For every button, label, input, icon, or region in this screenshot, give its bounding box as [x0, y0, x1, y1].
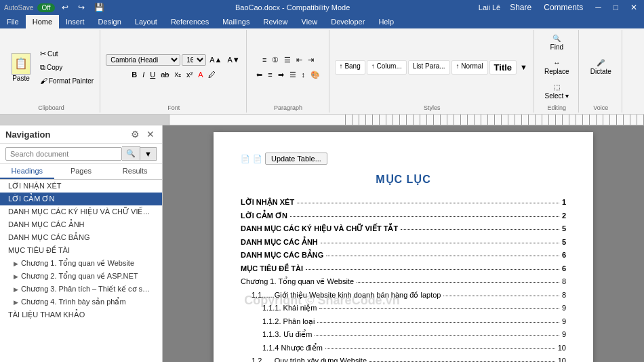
- italic-button[interactable]: I: [140, 68, 146, 81]
- document-title: MỤC LỤC: [241, 173, 566, 186]
- nav-list-item[interactable]: ▶Chương 1. Tổng quan về Website: [0, 257, 162, 270]
- expand-icon: ▶: [14, 273, 18, 280]
- tab-insert[interactable]: Insert: [59, 15, 92, 28]
- increase-indent-button[interactable]: ⇥: [306, 54, 316, 66]
- clipboard-group: 📋 Paste ✂ Cut ⧉ Copy 🖌 Format Painter Cl…: [3, 30, 100, 113]
- font-color-button[interactable]: A: [196, 68, 205, 81]
- style-bang[interactable]: ↑ Bang: [335, 60, 365, 75]
- strikethrough-button[interactable]: ab: [159, 68, 171, 81]
- align-right-button[interactable]: ➡: [276, 68, 286, 81]
- toc-number: 9: [562, 316, 566, 327]
- nav-search-input[interactable]: [5, 147, 122, 161]
- tab-developer[interactable]: Developer: [324, 15, 371, 28]
- select-button[interactable]: ⬚ Select ▾: [540, 80, 574, 103]
- close-button[interactable]: ✕: [628, 2, 640, 13]
- nav-list-item[interactable]: ▶Chương 2. Tổng quan về ASP.NET: [0, 270, 162, 283]
- maximize-button[interactable]: □: [611, 2, 621, 13]
- nav-tab-pages[interactable]: Pages: [54, 164, 108, 179]
- style-list-para[interactable]: List Para...: [408, 60, 450, 75]
- toc-text: DANH MỤC CÁC ẢNH: [241, 237, 562, 248]
- tab-references[interactable]: References: [164, 15, 216, 28]
- font-row2: B I U ab x₂ x² A 🖊: [129, 68, 218, 81]
- toc-text: 1.1.2. Phân loại: [262, 316, 562, 327]
- paragraph-row1: ≡ ① ☰ ⇤ ⇥: [260, 54, 316, 66]
- update-table-button[interactable]: Update Table...: [265, 153, 327, 165]
- autosave-toggle[interactable]: Off: [37, 3, 54, 12]
- toc-text: DANH MỤC CÁC BẢNG: [241, 249, 562, 261]
- find-button[interactable]: 🔍 Find: [546, 31, 568, 54]
- superscript-button[interactable]: x²: [184, 68, 195, 81]
- style-column[interactable]: ↑ Colum...: [367, 60, 407, 75]
- minimize-button[interactable]: ─: [592, 2, 604, 13]
- increase-font-button[interactable]: A▲: [207, 54, 224, 66]
- toc-number: 10: [558, 342, 566, 354]
- font-family-select[interactable]: Cambria (Headi: [106, 54, 180, 66]
- toc-dots: [306, 269, 559, 270]
- editing-group: 🔍 Find ↔ Replace ⬚ Select ▾ Editing: [536, 30, 579, 113]
- redo-icon[interactable]: ↪: [75, 2, 87, 13]
- nav-list-item[interactable]: ▶Chương 3. Phân tích – Thiết kế cơ sở dữ…: [0, 283, 162, 296]
- nav-list-item[interactable]: LỜI NHẬN XÉT: [0, 180, 162, 193]
- cut-button[interactable]: ✂ Cut: [38, 47, 96, 60]
- save-icon[interactable]: 💾: [92, 2, 107, 13]
- font-size-select[interactable]: 16: [182, 54, 206, 66]
- bold-button[interactable]: B: [129, 68, 139, 81]
- replace-button[interactable]: ↔ Replace: [540, 56, 574, 79]
- toc-dots: [297, 203, 559, 203]
- align-left-button[interactable]: ⬅: [254, 68, 264, 81]
- styles-more-button[interactable]: ▼: [518, 61, 529, 73]
- styles-gallery: ↑ Bang ↑ Colum... List Para... ↑ Normal …: [335, 60, 517, 75]
- highlight-button[interactable]: 🖊: [206, 68, 218, 81]
- document-area[interactable]: 📄 📄 Update Table... MỤC LỤC LỜI NHẬN XÉT…: [163, 125, 644, 362]
- bullets-button[interactable]: ≡: [260, 54, 268, 66]
- decrease-font-button[interactable]: A▼: [225, 54, 241, 66]
- undo-icon[interactable]: ↩: [59, 2, 71, 13]
- nav-list-item[interactable]: DANH MỤC CÁC KÝ HIỆU VÀ CHỮ VIẾT TẮT: [0, 205, 162, 218]
- multilevel-button[interactable]: ☰: [282, 54, 293, 66]
- share-button[interactable]: Share: [507, 2, 534, 13]
- nav-list-item[interactable]: DANH MỤC CÁC BẢNG: [0, 231, 162, 244]
- dictate-button[interactable]: 🎤Dictate: [584, 53, 618, 81]
- copy-button[interactable]: ⧉ Copy: [38, 61, 96, 74]
- toc-dots: [319, 308, 559, 309]
- comments-button[interactable]: Comments: [541, 2, 586, 13]
- nav-list-item[interactable]: ▶Chương 4. Trình bày sản phẩm: [0, 296, 162, 308]
- tab-view[interactable]: View: [295, 15, 325, 28]
- toc-entry: 1.1.2. Phân loại 9: [241, 316, 566, 327]
- toc-number: 5: [562, 223, 566, 235]
- subscript-button[interactable]: x₂: [172, 68, 183, 81]
- nav-options-button[interactable]: ⚙: [129, 128, 142, 140]
- title-bar: AutoSave Off ↩ ↪ 💾 BaoCao.docx - Compati…: [0, 0, 644, 15]
- nav-list-item[interactable]: MỤC TIÊU ĐỀ TÀI: [0, 244, 162, 257]
- nav-close-button[interactable]: ✕: [144, 128, 157, 140]
- tab-review[interactable]: Review: [257, 15, 295, 28]
- justify-button[interactable]: ☰: [287, 68, 298, 81]
- tab-mailings[interactable]: Mailings: [216, 15, 256, 28]
- line-spacing-button[interactable]: ↕: [300, 68, 308, 81]
- tab-design[interactable]: Design: [92, 15, 128, 28]
- paste-icon: 📋: [12, 53, 31, 75]
- toc-entry: 1.1......Giới thiệu Website kinh doanh b…: [241, 289, 566, 301]
- nav-tab-results[interactable]: Results: [108, 164, 162, 179]
- shading-button[interactable]: 🎨: [308, 68, 322, 81]
- style-normal[interactable]: ↑ Normal: [451, 60, 488, 75]
- format-painter-button[interactable]: 🖌 Format Painter: [38, 75, 96, 87]
- underline-button[interactable]: U: [148, 68, 157, 81]
- align-center-button[interactable]: ≡: [266, 68, 274, 81]
- numbering-button[interactable]: ①: [270, 54, 281, 66]
- style-title[interactable]: Title: [489, 60, 517, 75]
- decrease-indent-button[interactable]: ⇤: [294, 54, 304, 66]
- nav-search-dropdown[interactable]: ▼: [140, 147, 157, 161]
- ribbon-content: 📋 Paste ✂ Cut ⧉ Copy 🖌 Format Painter Cl…: [0, 28, 644, 114]
- tab-layout[interactable]: Layout: [128, 15, 164, 28]
- nav-search-button[interactable]: 🔍: [122, 146, 140, 161]
- paste-button[interactable]: 📋 Paste: [7, 49, 35, 85]
- tab-home[interactable]: Home: [26, 15, 59, 28]
- nav-tab-headings[interactable]: Headings: [0, 164, 54, 179]
- nav-list-item[interactable]: TÀI LIỆU THAM KHẢO: [0, 308, 162, 321]
- nav-list-item[interactable]: DANH MỤC CÁC ẢNH: [0, 218, 162, 231]
- toc-entry: Chương 1. Tổng quan về Website 8: [241, 276, 566, 287]
- nav-list-item[interactable]: LỜI CẢM ƠN: [0, 193, 162, 205]
- tab-help[interactable]: Help: [371, 15, 401, 28]
- tab-file[interactable]: File: [0, 15, 26, 28]
